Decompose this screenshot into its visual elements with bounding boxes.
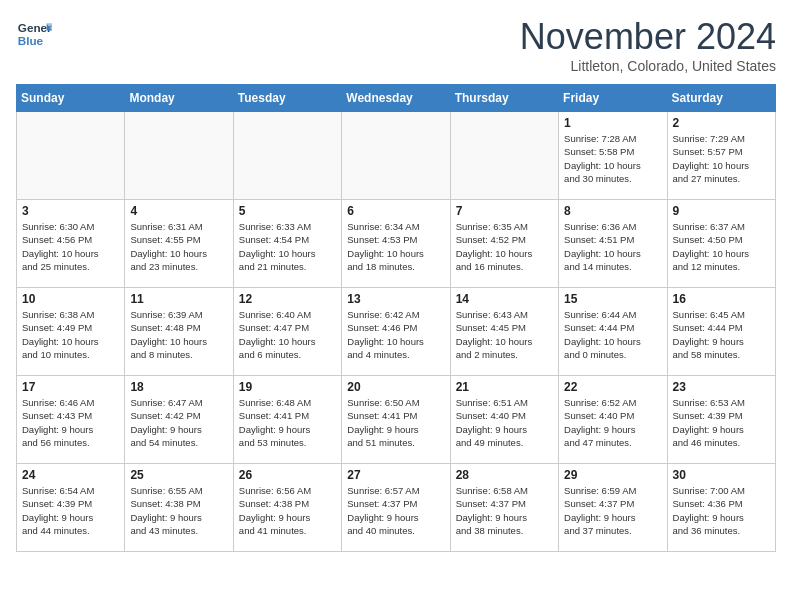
calendar-day-cell: 28Sunrise: 6:58 AM Sunset: 4:37 PM Dayli…: [450, 464, 558, 552]
day-number: 29: [564, 468, 661, 482]
logo: General Blue: [16, 16, 52, 52]
day-number: 13: [347, 292, 444, 306]
day-number: 25: [130, 468, 227, 482]
calendar-week-row: 17Sunrise: 6:46 AM Sunset: 4:43 PM Dayli…: [17, 376, 776, 464]
calendar-week-row: 1Sunrise: 7:28 AM Sunset: 5:58 PM Daylig…: [17, 112, 776, 200]
day-info: Sunrise: 6:36 AM Sunset: 4:51 PM Dayligh…: [564, 220, 661, 273]
day-number: 5: [239, 204, 336, 218]
calendar-day-cell: 12Sunrise: 6:40 AM Sunset: 4:47 PM Dayli…: [233, 288, 341, 376]
weekday-header: Thursday: [450, 85, 558, 112]
calendar-table: SundayMondayTuesdayWednesdayThursdayFrid…: [16, 84, 776, 552]
day-number: 17: [22, 380, 119, 394]
calendar-week-row: 3Sunrise: 6:30 AM Sunset: 4:56 PM Daylig…: [17, 200, 776, 288]
day-info: Sunrise: 6:55 AM Sunset: 4:38 PM Dayligh…: [130, 484, 227, 537]
logo-icon: General Blue: [16, 16, 52, 52]
day-info: Sunrise: 6:48 AM Sunset: 4:41 PM Dayligh…: [239, 396, 336, 449]
day-info: Sunrise: 6:45 AM Sunset: 4:44 PM Dayligh…: [673, 308, 770, 361]
day-info: Sunrise: 6:35 AM Sunset: 4:52 PM Dayligh…: [456, 220, 553, 273]
calendar-day-cell: [125, 112, 233, 200]
calendar-day-cell: 24Sunrise: 6:54 AM Sunset: 4:39 PM Dayli…: [17, 464, 125, 552]
svg-text:Blue: Blue: [18, 34, 44, 47]
weekday-header: Wednesday: [342, 85, 450, 112]
day-info: Sunrise: 6:40 AM Sunset: 4:47 PM Dayligh…: [239, 308, 336, 361]
day-info: Sunrise: 6:39 AM Sunset: 4:48 PM Dayligh…: [130, 308, 227, 361]
day-info: Sunrise: 6:31 AM Sunset: 4:55 PM Dayligh…: [130, 220, 227, 273]
calendar-day-cell: 21Sunrise: 6:51 AM Sunset: 4:40 PM Dayli…: [450, 376, 558, 464]
day-info: Sunrise: 6:51 AM Sunset: 4:40 PM Dayligh…: [456, 396, 553, 449]
day-number: 10: [22, 292, 119, 306]
calendar-day-cell: 25Sunrise: 6:55 AM Sunset: 4:38 PM Dayli…: [125, 464, 233, 552]
day-number: 16: [673, 292, 770, 306]
day-number: 6: [347, 204, 444, 218]
weekday-header-row: SundayMondayTuesdayWednesdayThursdayFrid…: [17, 85, 776, 112]
calendar-day-cell: 9Sunrise: 6:37 AM Sunset: 4:50 PM Daylig…: [667, 200, 775, 288]
day-info: Sunrise: 6:43 AM Sunset: 4:45 PM Dayligh…: [456, 308, 553, 361]
calendar-day-cell: 3Sunrise: 6:30 AM Sunset: 4:56 PM Daylig…: [17, 200, 125, 288]
day-info: Sunrise: 6:38 AM Sunset: 4:49 PM Dayligh…: [22, 308, 119, 361]
day-info: Sunrise: 6:46 AM Sunset: 4:43 PM Dayligh…: [22, 396, 119, 449]
day-number: 18: [130, 380, 227, 394]
calendar-day-cell: 5Sunrise: 6:33 AM Sunset: 4:54 PM Daylig…: [233, 200, 341, 288]
calendar-day-cell: 19Sunrise: 6:48 AM Sunset: 4:41 PM Dayli…: [233, 376, 341, 464]
day-info: Sunrise: 6:33 AM Sunset: 4:54 PM Dayligh…: [239, 220, 336, 273]
day-number: 4: [130, 204, 227, 218]
calendar-day-cell: 4Sunrise: 6:31 AM Sunset: 4:55 PM Daylig…: [125, 200, 233, 288]
day-number: 19: [239, 380, 336, 394]
calendar-day-cell: 10Sunrise: 6:38 AM Sunset: 4:49 PM Dayli…: [17, 288, 125, 376]
day-number: 28: [456, 468, 553, 482]
location: Littleton, Colorado, United States: [520, 58, 776, 74]
calendar-day-cell: 7Sunrise: 6:35 AM Sunset: 4:52 PM Daylig…: [450, 200, 558, 288]
day-number: 1: [564, 116, 661, 130]
day-info: Sunrise: 6:56 AM Sunset: 4:38 PM Dayligh…: [239, 484, 336, 537]
day-info: Sunrise: 7:29 AM Sunset: 5:57 PM Dayligh…: [673, 132, 770, 185]
day-number: 26: [239, 468, 336, 482]
calendar-day-cell: 23Sunrise: 6:53 AM Sunset: 4:39 PM Dayli…: [667, 376, 775, 464]
calendar-day-cell: 1Sunrise: 7:28 AM Sunset: 5:58 PM Daylig…: [559, 112, 667, 200]
calendar-day-cell: 30Sunrise: 7:00 AM Sunset: 4:36 PM Dayli…: [667, 464, 775, 552]
day-info: Sunrise: 6:52 AM Sunset: 4:40 PM Dayligh…: [564, 396, 661, 449]
calendar-day-cell: 17Sunrise: 6:46 AM Sunset: 4:43 PM Dayli…: [17, 376, 125, 464]
calendar-day-cell: 2Sunrise: 7:29 AM Sunset: 5:57 PM Daylig…: [667, 112, 775, 200]
day-number: 27: [347, 468, 444, 482]
day-number: 12: [239, 292, 336, 306]
day-info: Sunrise: 6:47 AM Sunset: 4:42 PM Dayligh…: [130, 396, 227, 449]
day-info: Sunrise: 7:00 AM Sunset: 4:36 PM Dayligh…: [673, 484, 770, 537]
day-number: 22: [564, 380, 661, 394]
calendar-day-cell: [233, 112, 341, 200]
calendar-day-cell: 14Sunrise: 6:43 AM Sunset: 4:45 PM Dayli…: [450, 288, 558, 376]
weekday-header: Monday: [125, 85, 233, 112]
day-number: 20: [347, 380, 444, 394]
calendar-day-cell: [17, 112, 125, 200]
calendar-day-cell: 16Sunrise: 6:45 AM Sunset: 4:44 PM Dayli…: [667, 288, 775, 376]
calendar-day-cell: 6Sunrise: 6:34 AM Sunset: 4:53 PM Daylig…: [342, 200, 450, 288]
day-number: 7: [456, 204, 553, 218]
day-info: Sunrise: 6:37 AM Sunset: 4:50 PM Dayligh…: [673, 220, 770, 273]
calendar-day-cell: 11Sunrise: 6:39 AM Sunset: 4:48 PM Dayli…: [125, 288, 233, 376]
day-info: Sunrise: 6:57 AM Sunset: 4:37 PM Dayligh…: [347, 484, 444, 537]
day-info: Sunrise: 6:58 AM Sunset: 4:37 PM Dayligh…: [456, 484, 553, 537]
day-info: Sunrise: 6:50 AM Sunset: 4:41 PM Dayligh…: [347, 396, 444, 449]
day-number: 8: [564, 204, 661, 218]
month-title: November 2024: [520, 16, 776, 58]
day-number: 2: [673, 116, 770, 130]
day-info: Sunrise: 6:53 AM Sunset: 4:39 PM Dayligh…: [673, 396, 770, 449]
calendar-week-row: 24Sunrise: 6:54 AM Sunset: 4:39 PM Dayli…: [17, 464, 776, 552]
title-block: November 2024 Littleton, Colorado, Unite…: [520, 16, 776, 74]
calendar-day-cell: 20Sunrise: 6:50 AM Sunset: 4:41 PM Dayli…: [342, 376, 450, 464]
calendar-day-cell: 29Sunrise: 6:59 AM Sunset: 4:37 PM Dayli…: [559, 464, 667, 552]
weekday-header: Friday: [559, 85, 667, 112]
day-info: Sunrise: 6:44 AM Sunset: 4:44 PM Dayligh…: [564, 308, 661, 361]
weekday-header: Tuesday: [233, 85, 341, 112]
calendar-day-cell: 27Sunrise: 6:57 AM Sunset: 4:37 PM Dayli…: [342, 464, 450, 552]
day-number: 23: [673, 380, 770, 394]
day-info: Sunrise: 6:59 AM Sunset: 4:37 PM Dayligh…: [564, 484, 661, 537]
day-info: Sunrise: 6:54 AM Sunset: 4:39 PM Dayligh…: [22, 484, 119, 537]
day-number: 14: [456, 292, 553, 306]
day-info: Sunrise: 6:34 AM Sunset: 4:53 PM Dayligh…: [347, 220, 444, 273]
calendar-week-row: 10Sunrise: 6:38 AM Sunset: 4:49 PM Dayli…: [17, 288, 776, 376]
weekday-header: Sunday: [17, 85, 125, 112]
day-info: Sunrise: 6:30 AM Sunset: 4:56 PM Dayligh…: [22, 220, 119, 273]
calendar-day-cell: [450, 112, 558, 200]
calendar-day-cell: 8Sunrise: 6:36 AM Sunset: 4:51 PM Daylig…: [559, 200, 667, 288]
day-info: Sunrise: 7:28 AM Sunset: 5:58 PM Dayligh…: [564, 132, 661, 185]
